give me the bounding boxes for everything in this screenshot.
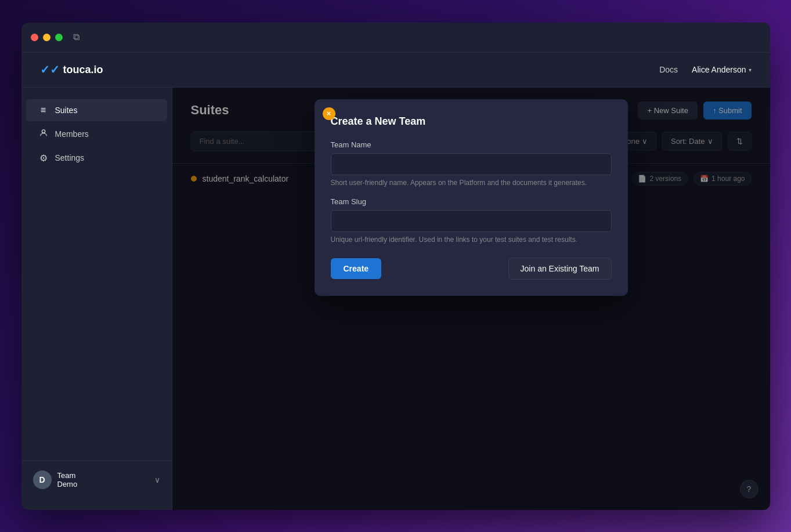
- user-menu-chevron-icon: ▾: [749, 67, 752, 73]
- main-content: Suites + New Suite ↑ Submit Filter: None…: [172, 88, 770, 510]
- user-menu[interactable]: Alice Anderson ▾: [692, 65, 751, 74]
- docs-link[interactable]: Docs: [659, 65, 678, 74]
- team-switcher[interactable]: D Team Demo ∨: [21, 461, 172, 498]
- team-slug-group: Team Slug Unique url-friendly identifier…: [331, 197, 612, 244]
- sidebar-item-label-suites: Suites: [55, 106, 78, 115]
- sidebar-item-label-settings: Settings: [55, 153, 85, 162]
- members-icon: [38, 128, 49, 140]
- modal-title: Create a New Team: [331, 115, 612, 128]
- sidebar-item-settings[interactable]: ⚙ Settings: [26, 147, 167, 169]
- team-info: D Team Demo: [33, 471, 78, 489]
- sidebar-nav: ≡ Suites Members ⚙ Settings: [21, 99, 172, 169]
- avatar: D: [33, 471, 52, 489]
- user-name: Alice Anderson: [692, 65, 746, 74]
- team-name: Team Demo: [57, 471, 78, 488]
- modal-footer: Create Join an Existing Team: [331, 258, 612, 280]
- create-button[interactable]: Create: [331, 258, 382, 279]
- team-slug-hint: Unique url-friendly identifier. Used in …: [331, 236, 612, 244]
- team-name-label: Team Name: [331, 140, 612, 149]
- logo-icon: ✓✓: [40, 63, 60, 77]
- team-name-input[interactable]: [331, 153, 612, 175]
- create-team-modal: × Create a New Team Team Name Short user…: [315, 99, 628, 296]
- traffic-light-yellow[interactable]: [43, 34, 50, 41]
- logo-text: touca.io: [63, 64, 103, 76]
- logo: ✓✓ touca.io: [40, 63, 103, 77]
- team-slug-input[interactable]: [331, 210, 612, 232]
- close-icon: ×: [327, 110, 331, 118]
- sidebar-item-suites[interactable]: ≡ Suites: [26, 99, 167, 121]
- window-duplicate-icon: ⧉: [73, 32, 80, 42]
- team-name-hint: Short user-friendly name. Appears on the…: [331, 179, 612, 187]
- modal-overlay: × Create a New Team Team Name Short user…: [172, 88, 770, 510]
- settings-icon: ⚙: [38, 153, 49, 164]
- sidebar: ≡ Suites Members ⚙ Settings: [21, 88, 172, 510]
- team-slug-label: Team Slug: [331, 197, 612, 206]
- app-header: ✓✓ touca.io Docs Alice Anderson ▾: [21, 53, 770, 88]
- svg-point-0: [42, 129, 45, 132]
- team-name-group: Team Name Short user-friendly name. Appe…: [331, 140, 612, 187]
- header-right: Docs Alice Anderson ▾: [659, 65, 751, 74]
- join-existing-team-button[interactable]: Join an Existing Team: [508, 258, 612, 280]
- suites-icon: ≡: [38, 105, 49, 115]
- sidebar-item-label-members: Members: [55, 129, 89, 139]
- traffic-light-green[interactable]: [55, 34, 63, 41]
- team-switcher-chevron-icon: ∨: [154, 475, 160, 484]
- traffic-light-red[interactable]: [31, 34, 38, 41]
- sidebar-item-members[interactable]: Members: [26, 122, 167, 146]
- body-layout: ≡ Suites Members ⚙ Settings: [21, 88, 770, 510]
- title-bar: ⧉: [21, 23, 770, 53]
- modal-close-button[interactable]: ×: [323, 107, 335, 120]
